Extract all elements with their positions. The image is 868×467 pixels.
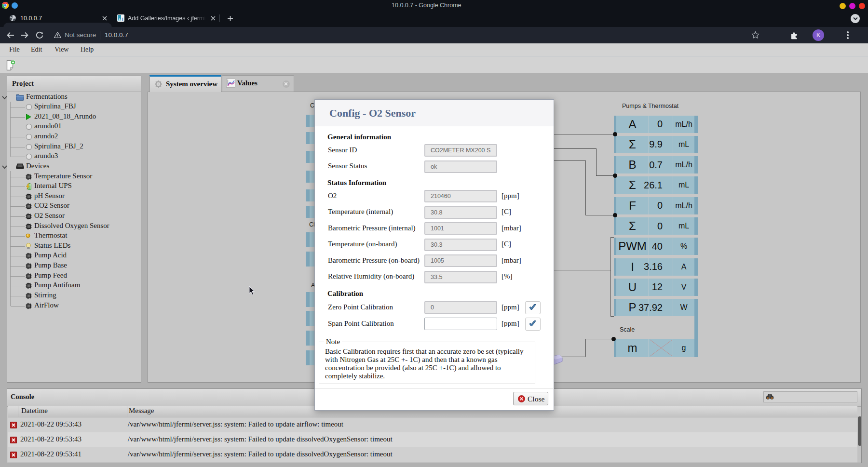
svg-text:j: j bbox=[122, 16, 123, 21]
